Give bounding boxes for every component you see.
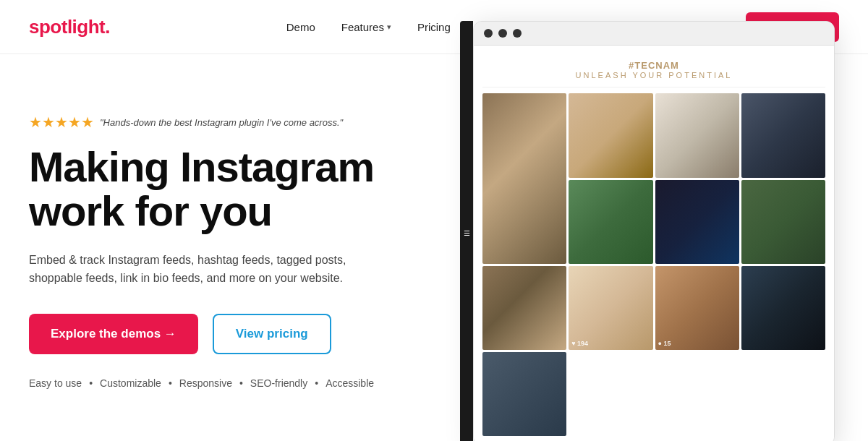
nav-pricing[interactable]: Pricing [417, 21, 451, 33]
browser-bar [474, 22, 834, 46]
hero-left: ★★★★★ "Hands-down the best Instagram plu… [29, 114, 434, 389]
photo-cell-2 [569, 93, 652, 177]
photo-cell-6 [655, 180, 739, 264]
logo[interactable]: spotlight. [29, 16, 110, 38]
hero-section: ★★★★★ "Hands-down the best Instagram plu… [0, 54, 868, 441]
instagram-brand-header: #TECNAM UNLEASH YOUR POTENTIAL [482, 54, 825, 87]
sidebar-icon: ☰ [464, 229, 470, 237]
hero-title: Making Instagram work for you [29, 145, 434, 234]
dot-3: • [239, 377, 243, 389]
logo-dot: . [105, 16, 110, 38]
hero-description: Embed & track Instagram feeds, hashtag f… [29, 251, 376, 288]
photo-cell-12 [482, 352, 566, 436]
brand-hashtag: #TECNAM [482, 60, 825, 71]
hero-title-line2: work for you [29, 187, 272, 234]
photo-cell-11 [741, 266, 825, 350]
tag-accessible: Accessible [326, 377, 374, 389]
view-pricing-button[interactable]: View pricing [213, 314, 331, 354]
sidebar-strip: ☰ [460, 21, 473, 441]
photo-cell-9: ♥ 194 [569, 266, 652, 350]
tag-responsive: Responsive [179, 377, 232, 389]
browser-mockup-wrapper: ☰ #TECNAM UNLEASH YOUR POTENTIAL [473, 21, 835, 441]
logo-text: spotlight [29, 16, 105, 38]
photo-cell-1 [482, 93, 566, 264]
photo-cell-7 [741, 180, 825, 264]
explore-demos-button[interactable]: Explore the demos → [29, 314, 198, 354]
instagram-photo-grid: ♥ 194 ● 15 [482, 93, 825, 436]
browser-content: #TECNAM UNLEASH YOUR POTENTIAL ♥ 19 [474, 46, 834, 441]
tag-seo: SEO-friendly [250, 377, 307, 389]
comment-count: ● 15 [658, 340, 671, 347]
browser-mockup: #TECNAM UNLEASH YOUR POTENTIAL ♥ 19 [473, 21, 835, 441]
dot-1: • [89, 377, 93, 389]
tag-easy: Easy to use [29, 377, 82, 389]
like-count: ♥ 194 [571, 340, 588, 347]
testimonial-quote: "Hands-down the best Instagram plugin I'… [100, 117, 343, 128]
dot-2: • [169, 377, 172, 389]
tag-customizable: Customizable [100, 377, 161, 389]
browser-dot-1 [484, 29, 493, 38]
nav-features[interactable]: Features ▾ [341, 21, 391, 33]
dot-4: • [315, 377, 318, 389]
feature-tags: Easy to use • Customizable • Responsive … [29, 377, 434, 389]
hero-title-line1: Making Instagram [29, 143, 374, 190]
browser-dot-3 [513, 29, 522, 38]
nav-demo[interactable]: Demo [286, 21, 315, 33]
features-chevron-icon: ▾ [387, 22, 391, 32]
photo-cell-4 [741, 93, 825, 177]
photo-cell-5 [569, 180, 652, 264]
star-rating: ★★★★★ [29, 114, 94, 131]
photo-cell-3 [655, 93, 739, 177]
brand-tagline: UNLEASH YOUR POTENTIAL [482, 71, 825, 80]
hero-cta-buttons: Explore the demos → View pricing [29, 314, 434, 354]
browser-dot-2 [498, 29, 507, 38]
hero-right: ☰ #TECNAM UNLEASH YOUR POTENTIAL [456, 21, 839, 441]
photo-cell-10: ● 15 [655, 266, 739, 350]
photo-cell-8 [482, 266, 566, 350]
rating: ★★★★★ "Hands-down the best Instagram plu… [29, 114, 434, 131]
